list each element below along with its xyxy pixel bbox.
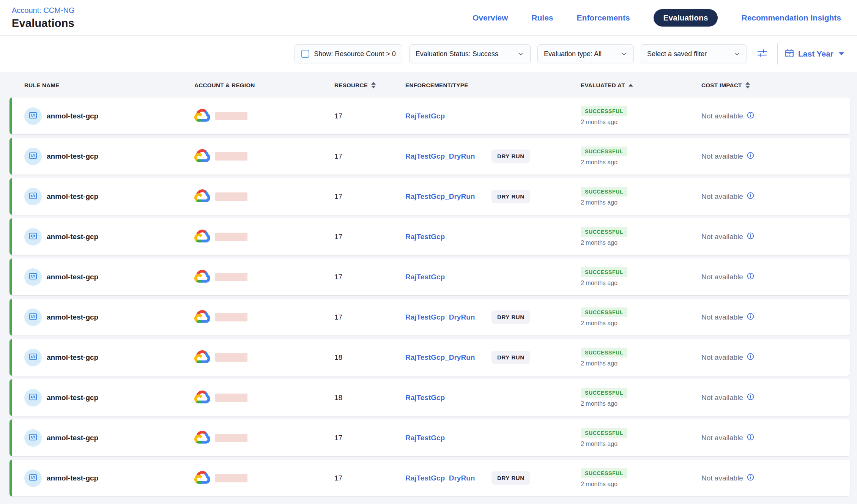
column-header[interactable]: COST IMPACT (701, 82, 850, 88)
enforcement-link[interactable]: RajTestGcp_DryRun (405, 313, 475, 321)
nav-tab[interactable]: Enforcements (577, 9, 630, 27)
evaluation-status-dropdown[interactable]: Evaluation Status: Success (409, 44, 531, 63)
nav-tab[interactable]: Overview (473, 9, 508, 27)
gcp-logo-icon (194, 431, 210, 445)
sort-asc-icon[interactable] (629, 84, 633, 87)
code-rule-icon (28, 473, 38, 484)
rule-name: anmol-test-gcp (47, 434, 98, 442)
resource-count: 18 (334, 394, 405, 402)
date-range-picker[interactable]: Last Year (785, 48, 849, 60)
gcp-logo-icon (194, 189, 210, 204)
date-range-value: Last Year (798, 49, 833, 58)
info-circle-icon[interactable] (747, 151, 755, 161)
resource-count: 17 (334, 112, 405, 120)
cost-impact-value: Not available (701, 192, 743, 201)
status-badge: SUCCESSFUL (581, 227, 627, 237)
resource-count: 17 (334, 434, 405, 442)
top-header: Account: CCM-NG Evaluations Overview Rul… (0, 0, 857, 36)
evaluated-time: 2 months ago (581, 360, 618, 367)
evaluation-row[interactable]: anmol-test-gcp 17 RajTestGcp_DryRun DRY … (9, 299, 850, 335)
rule-avatar (24, 429, 42, 447)
evaluation-row[interactable]: anmol-test-gcp 17 RajTestGcp SUCCESSFUL … (9, 419, 850, 456)
info-circle-icon[interactable] (747, 353, 755, 362)
account-region-redacted (215, 394, 247, 402)
column-header[interactable]: EVALUATED AT (581, 82, 701, 88)
evaluation-row[interactable]: anmol-test-gcp 17 RajTestGcp_DryRun DRY … (9, 178, 850, 215)
nav-tab[interactable]: Recommendation Insights (741, 9, 841, 27)
dry-run-badge: DRY RUN (492, 351, 530, 364)
chevron-down-icon (621, 50, 627, 57)
evaluation-row[interactable]: anmol-test-gcp 18 RajTestGcp_DryRun DRY … (9, 339, 850, 376)
rule-avatar (24, 107, 42, 125)
column-header[interactable]: RESOURCE (334, 82, 405, 88)
enforcement-link[interactable]: RajTestGcp (405, 233, 445, 241)
info-circle-icon[interactable] (747, 393, 755, 402)
enforcement-link[interactable]: RajTestGcp_DryRun (405, 152, 475, 160)
info-circle-icon[interactable] (747, 111, 755, 121)
enforcement-link[interactable]: RajTestGcp_DryRun (405, 192, 475, 200)
rule-name: anmol-test-gcp (47, 394, 98, 402)
enforcement-link[interactable]: RajTestGcp (405, 112, 445, 120)
gcp-logo-icon (194, 310, 210, 324)
cost-impact-value: Not available (701, 394, 743, 402)
rule-avatar (24, 469, 42, 487)
sort-both-icon[interactable] (745, 82, 750, 88)
divider (777, 43, 778, 65)
evaluation-type-dropdown[interactable]: Evaluation type: All (537, 44, 634, 63)
sort-both-icon[interactable] (371, 82, 376, 88)
status-badge: SUCCESSFUL (581, 348, 627, 358)
status-badge: SUCCESSFUL (581, 468, 627, 478)
enforcement-link[interactable]: RajTestGcp_DryRun (405, 353, 475, 361)
nav-tab[interactable]: Evaluations (654, 9, 718, 27)
evaluation-row[interactable]: anmol-test-gcp 17 RajTestGcp SUCCESSFUL … (9, 218, 850, 255)
info-circle-icon[interactable] (747, 192, 755, 201)
evaluated-time: 2 months ago (581, 119, 618, 126)
code-rule-icon (28, 151, 38, 162)
breadcrumb-account-link[interactable]: Account: CCM-NG (12, 6, 75, 15)
status-badge: SUCCESSFUL (581, 428, 627, 438)
rule-name: anmol-test-gcp (47, 474, 98, 482)
evaluated-time: 2 months ago (581, 481, 618, 488)
column-header-label: ENFORCEMENT/TYPE (405, 82, 468, 88)
resource-count: 17 (334, 152, 405, 161)
filter-settings-button[interactable] (754, 46, 770, 62)
saved-filter-dropdown[interactable]: Select a saved filter (641, 44, 747, 63)
enforcement-link[interactable]: RajTestGcp (405, 273, 445, 281)
evaluation-row[interactable]: anmol-test-gcp 17 RajTestGcp_DryRun DRY … (9, 460, 850, 496)
dry-run-badge: DRY RUN (492, 190, 530, 203)
account-region-redacted (215, 152, 247, 161)
column-header[interactable]: ENFORCEMENT/TYPE (405, 82, 581, 88)
filter-bar: Show: Resource Count > 0 Evaluation Stat… (0, 36, 857, 72)
code-rule-icon (28, 352, 38, 363)
nav-tab[interactable]: Rules (531, 9, 553, 27)
status-badge: SUCCESSFUL (581, 187, 627, 197)
evaluation-row[interactable]: anmol-test-gcp 17 RajTestGcp SUCCESSFUL … (9, 258, 850, 295)
gcp-logo-icon (194, 149, 210, 164)
resource-count-filter[interactable]: Show: Resource Count > 0 (295, 44, 402, 63)
evaluated-time: 2 months ago (581, 239, 618, 246)
evaluation-status-value: Evaluation Status: Success (416, 50, 498, 58)
info-circle-icon[interactable] (747, 312, 755, 322)
status-badge: SUCCESSFUL (581, 106, 627, 116)
resource-count: 17 (334, 474, 405, 482)
info-circle-icon[interactable] (747, 272, 755, 282)
cost-impact-value: Not available (701, 474, 743, 482)
enforcement-link[interactable]: RajTestGcp_DryRun (405, 474, 475, 482)
evaluation-row[interactable]: anmol-test-gcp 18 RajTestGcp SUCCESSFUL … (9, 379, 850, 416)
enforcement-link[interactable]: RajTestGcp (405, 434, 445, 442)
enforcement-link[interactable]: RajTestGcp (405, 394, 445, 402)
info-circle-icon[interactable] (747, 433, 755, 443)
page-title: Evaluations (12, 17, 75, 30)
rule-avatar (24, 389, 42, 406)
rule-avatar (24, 349, 42, 366)
info-circle-icon[interactable] (747, 473, 755, 483)
info-circle-icon[interactable] (747, 232, 755, 241)
evaluation-row[interactable]: anmol-test-gcp 17 RajTestGcp SUCCESSFUL … (9, 98, 850, 134)
column-header[interactable]: RULE NAME (24, 82, 194, 88)
resource-count-checkbox[interactable] (301, 50, 309, 58)
resource-count-label: Show: Resource Count > 0 (314, 50, 396, 58)
column-header[interactable]: ACCOUNT & REGION (194, 82, 334, 88)
dry-run-badge: DRY RUN (492, 471, 530, 485)
chevron-down-icon (517, 50, 524, 57)
evaluation-row[interactable]: anmol-test-gcp 17 RajTestGcp_DryRun DRY … (9, 138, 850, 175)
